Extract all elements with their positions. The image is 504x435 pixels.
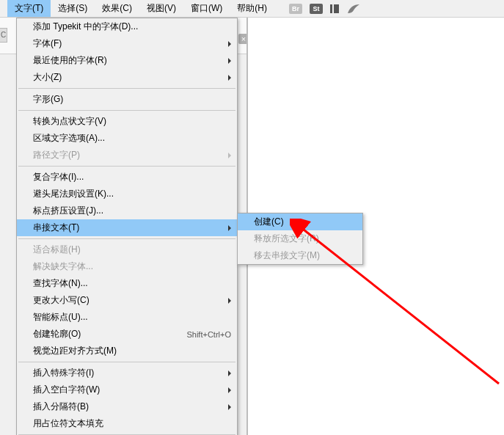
menubar-icons: Br St (289, 3, 361, 15)
chevron-right-icon (228, 404, 231, 410)
chevron-right-icon (228, 387, 231, 393)
left-panel-tab[interactable]: C (0, 28, 7, 43)
menu-font[interactable]: 字体(F) (17, 35, 237, 52)
menu-size[interactable]: 大小(Z) (17, 69, 237, 86)
menubar: 文字(T) 选择(S) 效果(C) 视图(V) 窗口(W) 帮助(H) Br S… (0, 0, 504, 18)
submenu-create[interactable]: 创建(C) (238, 213, 362, 230)
menu-threaded-text[interactable]: 串接文本(T) (17, 219, 237, 236)
menu-optical-margin[interactable]: 视觉边距对齐方式(M) (17, 343, 237, 359)
submenu-release-selection[interactable]: 释放所选文字(R) (238, 230, 362, 247)
menu-path-type[interactable]: 路径文字(P) (17, 147, 237, 164)
menu-separator (18, 238, 235, 239)
menu-create-outlines[interactable]: 创建轮廓(O)Shift+Ctrl+O (17, 326, 237, 343)
menu-insert-special-char[interactable]: 插入特殊字符(I) (17, 365, 237, 381)
menu-help[interactable]: 帮助(H) (230, 0, 274, 17)
menu-change-case[interactable]: 更改大小写(C) (17, 292, 237, 309)
shortcut-label: Shift+Ctrl+O (186, 330, 231, 339)
menu-recent-fonts[interactable]: 最近使用的字体(R) (17, 52, 237, 69)
menu-separator (18, 362, 235, 362)
chevron-right-icon (228, 225, 231, 231)
menu-separator (18, 88, 235, 89)
menu-kinsoku[interactable]: 避头尾法则设置(K)... (17, 186, 237, 202)
menu-mojikumi[interactable]: 标点挤压设置(J)... (17, 202, 237, 219)
menu-glyphs[interactable]: 字形(G) (17, 91, 237, 108)
menu-composite-font[interactable]: 复合字体(I)... (17, 169, 237, 186)
menu-text[interactable]: 文字(T) (7, 0, 51, 17)
menu-smart-punctuation[interactable]: 智能标点(U)... (17, 309, 237, 326)
menu-insert-break[interactable]: 插入分隔符(B) (17, 398, 237, 415)
text-menu-dropdown: 添加 Typekit 中的字体(D)... 字体(F) 最近使用的字体(R) 大… (16, 18, 238, 435)
chevron-right-icon (228, 75, 231, 81)
menu-find-font[interactable]: 查找字体(N)... (17, 275, 237, 292)
chevron-right-icon (228, 370, 231, 376)
menu-fill-placeholder[interactable]: 用占位符文本填充 (17, 415, 237, 432)
menu-view[interactable]: 视图(V) (139, 0, 183, 17)
menu-window[interactable]: 窗口(W) (183, 0, 230, 17)
menu-separator (18, 166, 235, 167)
menu-separator (18, 110, 235, 111)
menu-convert-point[interactable]: 转换为点状文字(V) (17, 113, 237, 130)
arrange-icon[interactable] (330, 4, 339, 13)
threaded-text-submenu: 创建(C) 释放所选文字(R) 移去串接文字(M) (237, 213, 363, 265)
stock-icon[interactable]: St (310, 4, 323, 14)
menu-area-type-options[interactable]: 区域文字选项(A)... (17, 130, 237, 147)
bridge-icon[interactable]: Br (289, 4, 302, 14)
feather-icon[interactable] (346, 3, 361, 15)
chevron-right-icon (228, 153, 231, 158)
menu-effect[interactable]: 效果(C) (95, 0, 139, 17)
chevron-right-icon (228, 58, 231, 64)
menu-select[interactable]: 选择(S) (51, 0, 95, 17)
menu-add-typekit[interactable]: 添加 Typekit 中的字体(D)... (17, 18, 237, 35)
menu-fit-headline[interactable]: 适合标题(H) (17, 241, 237, 258)
submenu-remove-threading[interactable]: 移去串接文字(M) (238, 247, 362, 264)
menu-insert-whitespace[interactable]: 插入空白字符(W) (17, 381, 237, 398)
menu-resolve-missing-fonts[interactable]: 解决缺失字体... (17, 258, 237, 275)
chevron-right-icon (228, 298, 231, 304)
chevron-right-icon (228, 41, 231, 47)
